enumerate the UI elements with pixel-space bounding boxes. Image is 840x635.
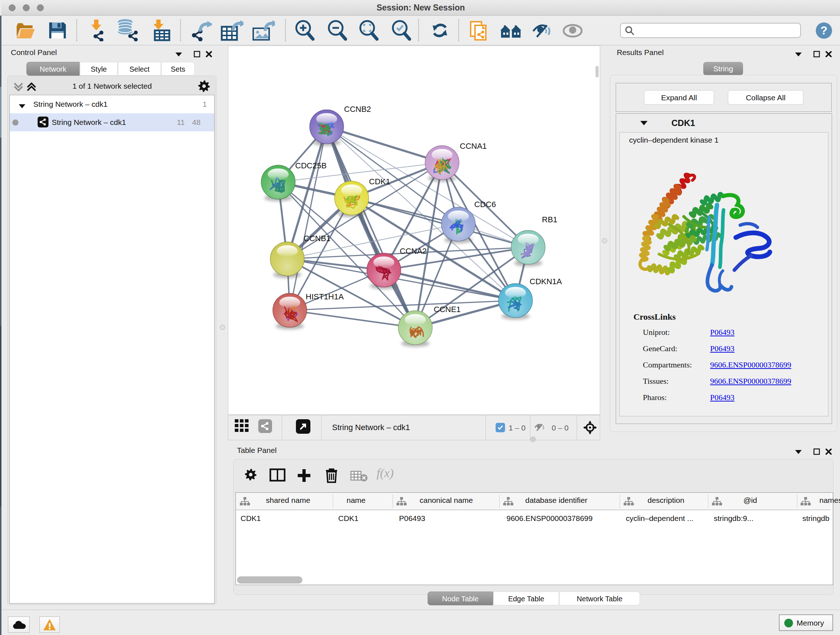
svg-text:HIST1H1A: HIST1H1A — [306, 292, 344, 301]
svg-text:RB1: RB1 — [542, 215, 557, 224]
svg-text:CCNE1: CCNE1 — [434, 305, 461, 314]
svg-text:CDKN1A: CDKN1A — [530, 277, 562, 286]
svg-text:CDC6: CDC6 — [474, 200, 496, 209]
svg-text:CCNB2: CCNB2 — [344, 105, 371, 114]
svg-text:CCNA2: CCNA2 — [400, 247, 427, 256]
svg-text:CDK1: CDK1 — [369, 177, 390, 186]
svg-text:CDC25B: CDC25B — [295, 161, 327, 170]
svg-text:CCNA1: CCNA1 — [460, 141, 487, 150]
svg-text:CCNB1: CCNB1 — [303, 234, 331, 243]
